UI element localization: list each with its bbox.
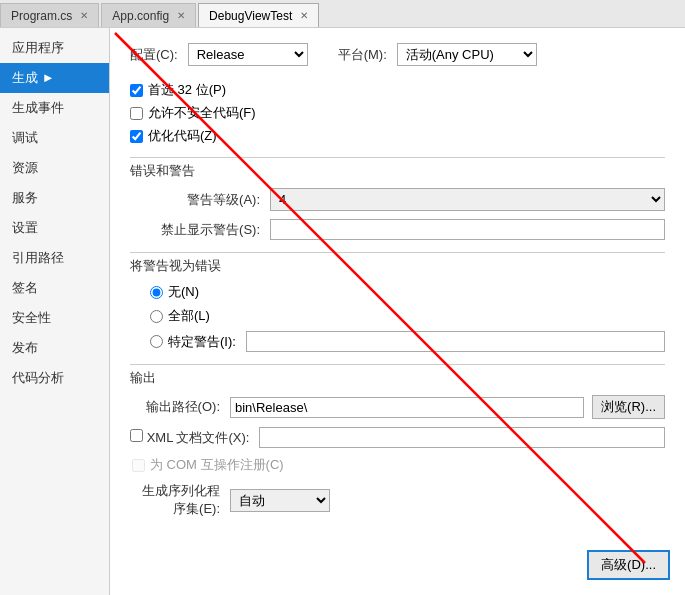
radio-none-label: 无(N) (168, 283, 199, 301)
tab-program-cs-close[interactable]: ✕ (80, 10, 88, 21)
xml-doc-input[interactable] (259, 427, 665, 448)
checkbox-prefer32-input[interactable] (130, 84, 143, 97)
serialize-label: 生成序列化程序集(E): (130, 482, 230, 518)
sidebar-item-debug[interactable]: 调试 (0, 123, 109, 153)
tab-debug-view-test-close[interactable]: ✕ (300, 10, 308, 21)
warning-level-select[interactable]: 4 0 1 2 3 (270, 188, 665, 211)
config-label: 配置(C): (130, 46, 178, 64)
treat-warnings-section: 将警告视为错误 无(N) 全部(L) 特定警告(I): (130, 252, 665, 352)
sidebar-item-signing[interactable]: 签名 (0, 273, 109, 303)
serialize-select[interactable]: 自动 开 关 (230, 489, 330, 512)
warning-level-row: 警告等级(A): 4 0 1 2 3 (130, 188, 665, 211)
output-section-title: 输出 (130, 369, 665, 387)
radio-specific-label: 特定警告(I): (168, 333, 236, 351)
radio-specific-input[interactable] (150, 335, 163, 348)
com-interop-checkbox[interactable] (132, 459, 145, 472)
browse-button[interactable]: 浏览(R)... (592, 395, 665, 419)
sidebar: 应用程序 生成 生成事件 调试 资源 服务 设置 引用路径 签名 安全性 发布 (0, 28, 110, 595)
checkbox-optimize-input[interactable] (130, 130, 143, 143)
output-path-row: 输出路径(O): 浏览(R)... (130, 395, 665, 419)
tab-app-config[interactable]: App.config ✕ (101, 3, 196, 27)
config-select[interactable]: Release Debug (188, 43, 308, 66)
main-layout: 应用程序 生成 生成事件 调试 资源 服务 设置 引用路径 签名 安全性 发布 (0, 28, 685, 595)
tab-app-config-close[interactable]: ✕ (177, 10, 185, 21)
errors-section-title: 错误和警告 (130, 162, 665, 180)
sidebar-item-security[interactable]: 安全性 (0, 303, 109, 333)
output-path-label: 输出路径(O): (130, 398, 230, 416)
checkbox-prefer32: 首选 32 位(P) (130, 81, 665, 99)
output-path-input[interactable] (230, 397, 584, 418)
radio-none: 无(N) (150, 283, 665, 301)
radio-specific: 特定警告(I): (150, 331, 665, 352)
advanced-button[interactable]: 高级(D)... (587, 550, 670, 580)
tab-debug-view-test-label: DebugViewTest (209, 9, 292, 23)
tab-app-config-label: App.config (112, 9, 169, 23)
sidebar-item-publish[interactable]: 发布 (0, 333, 109, 363)
suppress-warnings-row: 禁止显示警告(S): (130, 219, 665, 240)
com-interop-label: 为 COM 互操作注册(C) (150, 456, 284, 474)
sidebar-item-settings[interactable]: 设置 (0, 213, 109, 243)
checkbox-unsafe: 允许不安全代码(F) (130, 104, 665, 122)
sidebar-item-application[interactable]: 应用程序 (0, 33, 109, 63)
suppress-warnings-label: 禁止显示警告(S): (130, 221, 270, 239)
platform-label: 平台(M): (338, 46, 387, 64)
sidebar-item-build-events[interactable]: 生成事件 (0, 93, 109, 123)
checkbox-optimize-label: 优化代码(Z) (148, 127, 217, 145)
sidebar-item-reference-paths[interactable]: 引用路径 (0, 243, 109, 273)
warning-level-label: 警告等级(A): (130, 191, 270, 209)
radio-all: 全部(L) (150, 307, 665, 325)
sidebar-item-resources[interactable]: 资源 (0, 153, 109, 183)
sidebar-item-build[interactable]: 生成 (0, 63, 109, 93)
radio-all-input[interactable] (150, 310, 163, 323)
tab-program-cs[interactable]: Program.cs ✕ (0, 3, 99, 27)
checkbox-optimize: 优化代码(Z) (130, 127, 665, 145)
xml-doc-row: XML 文档文件(X): (130, 427, 665, 448)
checkbox-unsafe-label: 允许不安全代码(F) (148, 104, 256, 122)
tab-debug-view-test[interactable]: DebugViewTest ✕ (198, 3, 319, 27)
serialize-row: 生成序列化程序集(E): 自动 开 关 (130, 482, 665, 518)
checkbox-prefer32-label: 首选 32 位(P) (148, 81, 226, 99)
xml-doc-checkbox[interactable] (130, 429, 143, 442)
checkbox-unsafe-input[interactable] (130, 107, 143, 120)
tab-program-cs-label: Program.cs (11, 9, 72, 23)
suppress-warnings-input[interactable] (270, 219, 665, 240)
radio-none-input[interactable] (150, 286, 163, 299)
sidebar-item-services[interactable]: 服务 (0, 183, 109, 213)
xml-doc-label: XML 文档文件(X): (147, 430, 250, 445)
com-interop-row: 为 COM 互操作注册(C) (130, 456, 665, 474)
xml-doc-checkbox-container: XML 文档文件(X): (130, 429, 254, 447)
sidebar-item-code-analysis[interactable]: 代码分析 (0, 363, 109, 393)
tab-bar: Program.cs ✕ App.config ✕ DebugViewTest … (0, 0, 685, 28)
treat-warnings-title: 将警告视为错误 (130, 257, 665, 275)
output-section: 输出 输出路径(O): 浏览(R)... XML 文档文件(X): 为 COM … (130, 364, 665, 518)
platform-select[interactable]: 活动(Any CPU) x86 x64 (397, 43, 537, 66)
config-row: 配置(C): Release Debug 平台(M): 活动(Any CPU) … (130, 43, 665, 66)
specific-warnings-input[interactable] (246, 331, 665, 352)
content-area: 配置(C): Release Debug 平台(M): 活动(Any CPU) … (110, 28, 685, 595)
radio-all-label: 全部(L) (168, 307, 210, 325)
errors-section: 错误和警告 警告等级(A): 4 0 1 2 3 禁止显示警告(S): (130, 157, 665, 240)
